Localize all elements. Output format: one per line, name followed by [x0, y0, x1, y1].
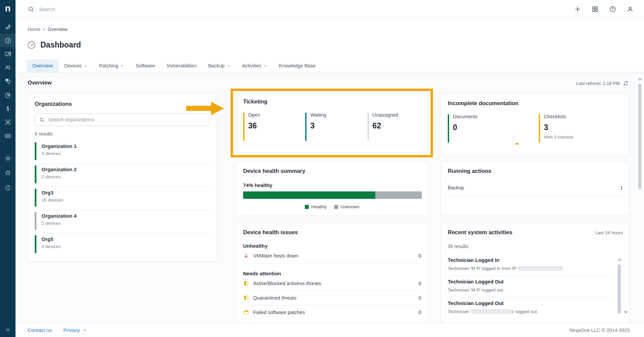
stat-accent-bar	[448, 114, 449, 143]
incomplete-documentation-title: Incomplete documentation	[448, 100, 623, 106]
page-scrollbar[interactable]	[638, 77, 642, 80]
scroll-down-arrow[interactable]	[624, 311, 628, 314]
sidebar-item-remote-screens[interactable]	[0, 74, 16, 88]
recent-activities-card: Recent system activities Last 24 hours 3…	[441, 223, 630, 323]
scroll-up-arrow[interactable]	[618, 258, 622, 261]
tab-software[interactable]: Software	[130, 59, 160, 72]
healthy-percent-label: 74% healthy	[243, 182, 421, 188]
sidebar-item-software-packages[interactable]	[0, 115, 16, 129]
org-status-bar	[35, 142, 36, 160]
chevron-down-icon	[264, 64, 267, 68]
privacy-link[interactable]: Privacy	[63, 327, 87, 333]
screens-icon	[4, 78, 11, 85]
create-new-button[interactable]	[573, 5, 582, 13]
organizations-search-input[interactable]	[48, 117, 206, 122]
device-health-issues-card: Device health issues Unhealthy VMWare ho…	[236, 223, 428, 323]
history-icon	[4, 184, 11, 191]
legend-healthy: Healthy	[305, 204, 327, 209]
device-health-summary-title: Device health summary	[243, 168, 421, 174]
running-action-row[interactable]: Backup 1	[448, 183, 623, 195]
legend-unknown: Unknown	[334, 204, 359, 209]
global-search-input[interactable]	[39, 6, 241, 12]
issue-row-vmware-hosts-down[interactable]: VMWare hosts down 0	[243, 249, 421, 263]
cube-scan-icon	[4, 119, 11, 126]
ticketing-stat-open[interactable]: Open 36	[243, 112, 305, 130]
apps-menu-button[interactable]	[591, 5, 599, 13]
sidebar-item-getting-started[interactable]	[0, 21, 16, 34]
breadcrumb-home[interactable]: Home	[28, 27, 40, 32]
organizations-title: Organizations	[35, 101, 210, 107]
activity-list-item[interactable]: Technician Logged In Technician 'M R' lo…	[448, 254, 610, 276]
health-progress-bar[interactable]	[243, 191, 422, 199]
devices-icon	[4, 51, 11, 58]
refresh-icon[interactable]	[623, 81, 628, 86]
health-progress-fill	[243, 191, 375, 199]
running-actions-card: Running actions Backup 1	[441, 161, 630, 216]
tab-knowledge-base[interactable]: Knowledge Base	[273, 59, 321, 72]
chevron-down-icon	[83, 328, 87, 332]
tab-patching[interactable]: Patching	[93, 59, 130, 72]
scroll-up-arrow[interactable]	[638, 77, 642, 80]
tab-activities[interactable]: Activities	[236, 59, 273, 72]
sidebar-item-dashboard[interactable]	[0, 34, 16, 47]
dashboard-gauge-icon	[4, 37, 11, 44]
contact-us-link[interactable]: Contact us	[28, 327, 52, 333]
shield-icon	[243, 280, 253, 286]
dollar-icon	[4, 105, 11, 112]
shield-icon	[243, 295, 253, 301]
activities-range-label: Last 24 hours	[595, 230, 623, 235]
ticketing-card: Ticketing Open 36 Waiting 3 Unassigned 6…	[236, 92, 428, 153]
checklists-stat[interactable]: Checklists 3 With 3 overdue	[539, 114, 613, 140]
sidebar-expand-button[interactable]: »	[0, 324, 16, 336]
activity-list-item[interactable]: Technician Logged Out Technician 'M R' l…	[448, 276, 610, 297]
sidebar-item-reports[interactable]	[0, 88, 16, 102]
sidebar-item-billing[interactable]	[0, 102, 16, 115]
ticketing-stat-unassigned[interactable]: Unassigned 62	[368, 112, 421, 130]
sidebar-item-favorites[interactable]	[0, 166, 16, 179]
gear-icon	[4, 155, 11, 162]
stat-accent-bar	[368, 113, 369, 141]
sidebar-item-devices[interactable]	[0, 47, 16, 61]
organization-list-item[interactable]: Organization 4 2 devices	[35, 210, 210, 233]
organization-list-item[interactable]: Org5 4 devices	[35, 234, 210, 256]
organization-list-item[interactable]: Organization 2 2 devices	[35, 164, 210, 187]
sidebar-item-recent-history[interactable]	[0, 181, 16, 194]
tabs: Overview Devices Patching Software Vulne…	[16, 59, 644, 72]
tab-backup[interactable]: Backup	[202, 59, 236, 72]
issues-section-unhealthy: Unhealthy	[243, 243, 421, 249]
organization-list-item[interactable]: Org3 16 devices	[35, 187, 210, 210]
breadcrumb: Home>Overview	[28, 27, 67, 32]
help-button[interactable]	[608, 5, 617, 13]
checklists-overdue-note: With 3 overdue	[544, 134, 613, 140]
device-health-issues-title: Device health issues	[243, 229, 421, 236]
issue-row-failed-patches[interactable]: Failed software patches 0	[243, 305, 421, 319]
activity-list-item[interactable]: Technician Logged Out Technician 's' log…	[448, 298, 610, 319]
copyright: NinjaOne LLC © 2014-2025	[569, 328, 630, 333]
organization-list-item[interactable]: Organization 1 3 devices	[35, 141, 210, 163]
ninjaone-logo[interactable]: n	[0, 0, 16, 17]
section-heading: Overview	[28, 80, 52, 86]
tab-devices[interactable]: Devices	[58, 59, 93, 72]
chevron-down-icon	[120, 64, 124, 68]
divider	[243, 263, 421, 263]
tab-vulnerabilities[interactable]: Vulnerabilities	[161, 59, 203, 72]
issue-row-antivirus-threats[interactable]: Active/Blocked antivirus threats 0	[243, 276, 421, 290]
chevron-down-icon	[84, 64, 88, 68]
issue-row-quarantined-threats[interactable]: Quarantined threats 0	[243, 291, 421, 305]
scrollbar-thumb[interactable]	[638, 84, 641, 189]
tab-overview[interactable]: Overview	[27, 59, 58, 72]
dashboard-content: Overview Last refresh: 1:18 PM Organizat…	[16, 72, 644, 323]
breadcrumb-current: Overview	[48, 27, 67, 32]
legend-swatch	[305, 205, 309, 209]
activities-scrollbar[interactable]	[618, 258, 621, 314]
scrollbar-thumb[interactable]	[618, 265, 621, 314]
documents-stat[interactable]: Documents 0	[448, 114, 539, 140]
ticketing-stat-waiting[interactable]: Waiting 3	[305, 112, 367, 130]
sidebar-item-ticketing[interactable]	[0, 129, 16, 143]
device-health-summary-card: Device health summary 74% healthy Health…	[236, 161, 428, 216]
user-menu-button[interactable]	[626, 5, 635, 13]
sidebar-item-administration[interactable]	[0, 152, 16, 165]
recent-activities-title: Recent system activities	[448, 229, 513, 236]
ticket-icon	[4, 132, 11, 140]
sidebar-item-end-users[interactable]	[0, 61, 16, 74]
